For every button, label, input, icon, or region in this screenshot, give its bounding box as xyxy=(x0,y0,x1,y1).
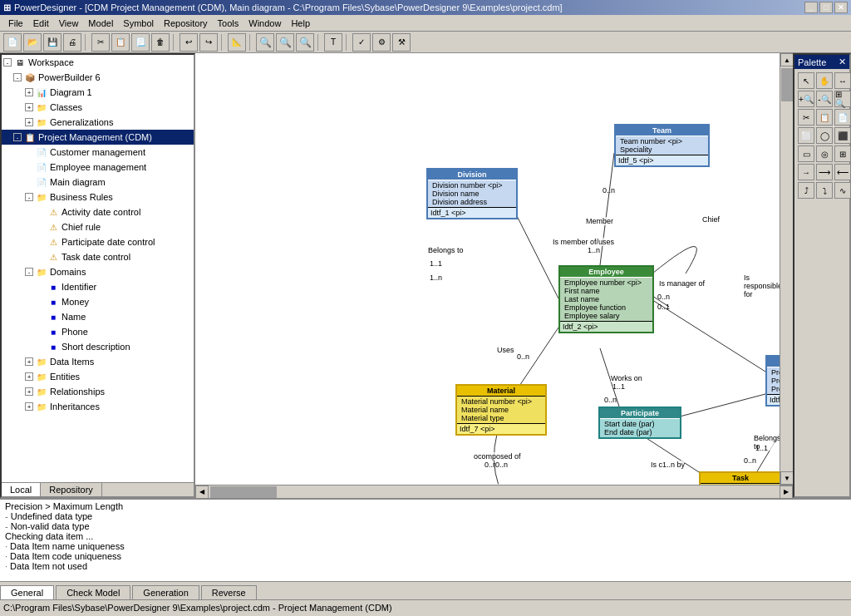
tree-shortdesc[interactable]: ■ Short description xyxy=(2,339,194,354)
menu-help[interactable]: Help xyxy=(286,17,315,30)
undo-button[interactable]: ↩ xyxy=(180,33,198,52)
tree-partdate[interactable]: ⚠ Participate date control xyxy=(2,234,194,249)
close-button[interactable]: ✕ xyxy=(834,2,848,13)
palette-zoom-out-tool[interactable]: -🔍 xyxy=(816,91,833,107)
palette-entity-tool[interactable]: ▭ xyxy=(798,145,814,162)
scroll-up-button[interactable]: ▲ xyxy=(780,53,793,67)
scroll-left-button[interactable]: ◀ xyxy=(195,485,209,499)
expand-projectmgmt[interactable]: - xyxy=(13,133,22,141)
print-button[interactable]: 🖨 xyxy=(63,33,81,52)
tree-identifier[interactable]: ■ Identifier xyxy=(2,279,194,294)
tree-dataitems[interactable]: + 📁 Data Items xyxy=(2,354,194,369)
palette-hand-tool[interactable]: ✋ xyxy=(816,72,833,89)
palette-grid-tool[interactable]: ⊞ xyxy=(834,145,851,162)
menu-edit[interactable]: Edit xyxy=(28,17,54,30)
zoom-fit-button[interactable]: 🔍 xyxy=(296,33,314,52)
horizontal-scrollbar[interactable]: ◀ ▶ xyxy=(195,485,793,498)
expand-classes[interactable]: + xyxy=(25,103,33,111)
tree-money[interactable]: ■ Money xyxy=(2,294,194,309)
expand-workspace[interactable]: - xyxy=(3,58,12,67)
expand-generalizations[interactable]: + xyxy=(25,118,33,126)
tree-domains[interactable]: - 📁 Domains xyxy=(2,264,194,279)
entity-employee[interactable]: Employee Employee number <pi> First name… xyxy=(558,265,654,333)
menu-model[interactable]: Model xyxy=(83,17,118,30)
open-button[interactable]: 📂 xyxy=(23,33,42,52)
tree-projectmgmt[interactable]: - 📋 Project Management (CDM) xyxy=(2,130,194,145)
save-button[interactable]: 💾 xyxy=(43,33,61,52)
gen-button[interactable]: ⚙ xyxy=(372,33,391,52)
palette-copy-tool[interactable]: 📋 xyxy=(816,109,833,126)
text-button[interactable]: T xyxy=(324,33,342,52)
expand-relationships[interactable]: + xyxy=(25,387,33,396)
palette-fill-tool[interactable]: ⬛ xyxy=(834,127,851,144)
palette-curve-down-tool[interactable]: ⤵ xyxy=(816,182,833,199)
menu-view[interactable]: View xyxy=(54,17,84,30)
palette-arrow-tool[interactable]: ⟶ xyxy=(816,164,833,180)
palette-rect-tool[interactable]: ⬜ xyxy=(798,127,814,144)
check-button[interactable]: ✓ xyxy=(352,33,371,52)
expand-powerbuilder[interactable]: - xyxy=(13,73,22,81)
scroll-down-button[interactable]: ▼ xyxy=(780,471,793,485)
expand-inheritances[interactable]: + xyxy=(25,402,33,411)
palette-circle-tool[interactable]: ◯ xyxy=(816,127,833,144)
tree-workspace[interactable]: - 🖥 Workspace xyxy=(2,55,194,70)
palette-line-tool[interactable]: → xyxy=(798,164,814,180)
tree-custmgmt[interactable]: 📄 Customer management xyxy=(2,145,194,160)
tree-classes[interactable]: + 📁 Classes xyxy=(2,100,194,115)
menu-tools[interactable]: Tools xyxy=(213,17,244,30)
entity-project[interactable]: Project Project number <pi> Project name… xyxy=(765,355,780,407)
palette-back-arrow-tool[interactable]: ⟵ xyxy=(834,164,851,180)
delete-button[interactable]: 🗑 xyxy=(151,33,170,52)
palette-curve-up-tool[interactable]: ⤴ xyxy=(798,182,814,199)
tree-chiefrule[interactable]: ⚠ Chief rule xyxy=(2,219,194,234)
tree-relationships[interactable]: + 📁 Relationships xyxy=(2,384,194,399)
expand-bizrules[interactable]: - xyxy=(25,193,33,201)
palette-resize-tool[interactable]: ↔ xyxy=(834,72,851,89)
scroll-right-button[interactable]: ▶ xyxy=(780,485,793,499)
palette-select-tool[interactable]: ↖ xyxy=(798,72,814,89)
tree-bizrules[interactable]: - 📁 Business Rules xyxy=(2,190,194,205)
tree-generalizations[interactable]: + 📁 Generalizations xyxy=(2,115,194,130)
options-button[interactable]: ⚒ xyxy=(392,33,411,52)
tab-general[interactable]: General xyxy=(0,585,54,599)
tab-check-model[interactable]: Check Model xyxy=(56,585,130,599)
entity-participate[interactable]: Participate Start date (par) End date (p… xyxy=(598,407,681,439)
scroll-track-h[interactable] xyxy=(209,485,780,499)
palette-view-tool[interactable]: ◎ xyxy=(816,145,833,162)
scroll-thumb-v[interactable] xyxy=(781,68,793,101)
tree-name[interactable]: ■ Name xyxy=(2,309,194,324)
expand-entities[interactable]: + xyxy=(25,372,33,381)
tree-inheritances[interactable]: + 📁 Inheritances xyxy=(2,399,194,414)
redo-button[interactable]: ↪ xyxy=(199,33,218,52)
menu-symbol[interactable]: Symbol xyxy=(118,17,159,30)
entity-division[interactable]: Division Division number <pi> Division n… xyxy=(426,168,518,219)
tree-phone[interactable]: ■ Phone xyxy=(2,324,194,339)
menu-window[interactable]: Window xyxy=(243,17,286,30)
tab-generation[interactable]: Generation xyxy=(132,585,199,599)
tree-entities[interactable]: + 📁 Entities xyxy=(2,369,194,384)
minimize-button[interactable]: _ xyxy=(804,2,818,13)
tab-local[interactable]: Local xyxy=(2,483,41,496)
palette-cut-tool[interactable]: ✂ xyxy=(798,109,814,126)
copy-button[interactable]: 📋 xyxy=(111,33,130,52)
zoom-out-button[interactable]: 🔍 xyxy=(276,33,294,52)
palette-zoom-in-tool[interactable]: +🔍 xyxy=(798,91,814,107)
scroll-track-v[interactable] xyxy=(780,67,793,471)
tree-diagram1[interactable]: + 📊 Diagram 1 xyxy=(2,85,194,100)
tab-reverse[interactable]: Reverse xyxy=(201,585,257,599)
entity-task[interactable]: Task Task name <pi> Task cost Idtf_6 <pi… xyxy=(699,471,780,485)
tree-empmgmt[interactable]: 📄 Employee management xyxy=(2,160,194,175)
palette-close-btn[interactable]: ✕ xyxy=(839,57,846,67)
tab-repository[interactable]: Repository xyxy=(41,483,102,496)
palette-wave-tool[interactable]: ∿ xyxy=(834,182,851,199)
layout-button[interactable]: 📐 xyxy=(228,33,246,52)
zoom-in-button[interactable]: 🔍 xyxy=(256,33,274,52)
entity-team[interactable]: Team Team number <pi> Speciality Idtf_5 … xyxy=(614,124,710,167)
menu-file[interactable]: File xyxy=(3,17,28,30)
palette-fit-tool[interactable]: ⊞🔍 xyxy=(834,91,851,107)
expand-diagram1[interactable]: + xyxy=(25,88,33,96)
cut-button[interactable]: ✂ xyxy=(91,33,110,52)
entity-material[interactable]: Material Material number <pi> Material n… xyxy=(455,384,547,436)
new-button[interactable]: 📄 xyxy=(3,33,22,52)
tree-powerbuilder[interactable]: - 📦 PowerBuilder 6 xyxy=(2,70,194,85)
